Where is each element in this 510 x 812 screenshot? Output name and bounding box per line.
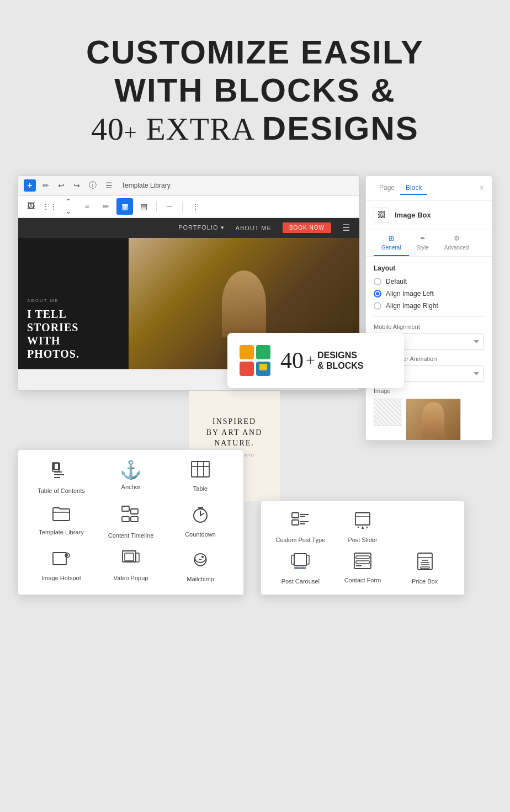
block-item-mailchimp[interactable]: Mailchimp [168, 550, 232, 583]
page-wrapper: CUSTOMIZE EASILY WITH BLOCKS & 40+ EXTRA… [0, 0, 510, 628]
radio-default-label: Default [386, 278, 407, 285]
svg-rect-1 [256, 345, 270, 359]
contact-form-icon [354, 553, 371, 572]
layout-section-title: Layout [374, 264, 484, 272]
hero-title: CUSTOMIZE EASILY WITH BLOCKS & 40+ EXTRA… [86, 33, 424, 148]
block-label-image-hotspot: Image Hotspot [41, 574, 81, 582]
hero-line2: WITH BLOCKS & [86, 71, 424, 109]
block-item-video-popup[interactable]: Video Popup [99, 550, 163, 583]
designs-badge-text: 40 + Designs& Blocks [280, 347, 363, 374]
radio-align-right-label: Align Image Right [386, 302, 438, 310]
block-label-mailchimp: Mailchimp [187, 575, 214, 583]
settings-icon-button[interactable]: ☰ [103, 180, 115, 191]
post-carousel-icon [291, 553, 310, 573]
designs-badge-logo [238, 344, 272, 377]
tool-arrows[interactable]: ⌃⌄ [60, 198, 77, 215]
layout-align-right-option[interactable]: Align Image Right [374, 302, 484, 310]
tool-image[interactable]: 🖼 [23, 198, 39, 215]
settings-tabs: Page Block [374, 182, 427, 195]
block-item-template-library[interactable]: Template Library [29, 506, 93, 539]
svg-point-47 [297, 567, 299, 569]
hero-line3: 40+ EXTRA DESIGNS [86, 109, 424, 148]
designs-forty: 40 [280, 347, 304, 374]
svg-rect-52 [356, 561, 369, 564]
ui-container: + ✏ ↩ ↪ ⓘ ☰ Template Library 🖼 ⋮⋮ ⌃⌄ ≡ ✏… [18, 176, 492, 595]
block-item-anchor[interactable]: ⚓ Anchor [99, 461, 163, 495]
svg-point-30 [201, 556, 204, 558]
tool-lines[interactable]: ≡ [79, 198, 95, 215]
block-item-contact-form[interactable]: Contact Form [334, 553, 391, 585]
tool-more[interactable]: ⋮ [187, 198, 204, 215]
person-silhouette [222, 270, 266, 337]
block-label-price-box: Price Box [412, 577, 438, 585]
post-slider-icon [354, 512, 371, 532]
image-field-label: Image [374, 388, 484, 394]
style-tab-label: Style [417, 245, 429, 251]
svg-rect-17 [131, 509, 138, 514]
block-label-countdown: Countdown [185, 530, 216, 538]
layout-align-left-option[interactable]: Align Image Left [374, 290, 484, 298]
settings-sub-tab-style[interactable]: ✒ Style [409, 230, 437, 256]
preview-person [422, 402, 444, 438]
image-main-preview [406, 399, 461, 441]
general-tab-icon: ⊞ [389, 235, 394, 243]
hero-forty: 40+ EXTRA [91, 111, 262, 147]
edit-icon-button[interactable]: ✏ [40, 180, 51, 191]
tool-align[interactable]: ─ [161, 198, 178, 215]
image-thumb-placeholder [374, 399, 401, 426]
more-blocks-grid: Custom Post Type Post Slider [272, 512, 453, 586]
layout-default-option[interactable]: Default [374, 278, 484, 285]
svg-point-42 [362, 527, 364, 529]
nav-about[interactable]: ABOUT ME [236, 225, 272, 231]
radio-align-right[interactable] [374, 302, 381, 310]
tool-layout[interactable]: ▤ [135, 198, 152, 215]
radio-default[interactable] [374, 278, 381, 285]
block-item-countdown[interactable]: Countdown [168, 506, 232, 539]
svg-rect-0 [240, 345, 254, 359]
svg-rect-16 [122, 506, 129, 511]
settings-sub-tab-general[interactable]: ⊞ General [374, 230, 409, 256]
block-item-table[interactable]: Table [168, 461, 232, 495]
block-label-custom-post-type: Custom Post Type [275, 536, 325, 544]
settings-panel: Page Block × 🖼 Image Box ⊞ General ✒ Sty… [365, 176, 492, 441]
editor-toolbar: 🖼 ⋮⋮ ⌃⌄ ≡ ✏ ▦ ▤ ─ ⋮ [18, 196, 359, 218]
block-item-price-box[interactable]: Price Box [396, 553, 453, 585]
block-label-post-slider: Post Slider [348, 536, 377, 544]
tool-grid[interactable]: ⋮⋮ [41, 198, 58, 215]
countdown-icon [192, 506, 209, 526]
designs-words: Designs& Blocks [317, 350, 364, 371]
nav-menu-icon[interactable]: ☰ [342, 222, 350, 233]
block-item-image-hotspot[interactable]: Image Hotspot [29, 550, 93, 583]
block-item-custom-post-type[interactable]: Custom Post Type [272, 512, 329, 544]
settings-tab-block[interactable]: Block [400, 182, 427, 195]
block-item-content-timeline[interactable]: Content Timeline [99, 506, 163, 539]
designs-badge: 40 + Designs& Blocks [227, 333, 404, 388]
undo-button[interactable]: ↩ [56, 180, 67, 191]
redo-button[interactable]: ↪ [71, 180, 82, 191]
hero-line1: CUSTOMIZE EASILY [86, 33, 424, 71]
settings-header: Page Block × [366, 176, 492, 201]
settings-close-button[interactable]: × [479, 184, 484, 193]
tool-block-active[interactable]: ▦ [116, 198, 133, 215]
block-item-post-carousel[interactable]: Post Carousel [272, 553, 329, 585]
template-library-icon [52, 506, 70, 524]
add-block-button[interactable]: + [24, 179, 36, 192]
general-tab-label: General [381, 245, 401, 251]
settings-sub-tab-advanced[interactable]: ⚙ Advanced [437, 230, 476, 256]
custom-post-type-icon [291, 512, 309, 532]
block-label-video-popup: Video Popup [114, 574, 148, 582]
settings-tab-page[interactable]: Page [374, 182, 400, 195]
svg-rect-37 [355, 513, 370, 525]
block-label-table: Table [193, 485, 208, 492]
block-item-post-slider[interactable]: Post Slider [334, 512, 391, 544]
canvas-nav: PORTFOLIO ▾ ABOUT ME BOOK NOW ☰ [18, 218, 359, 238]
settings-image-preview [374, 399, 484, 441]
nav-portfolio[interactable]: PORTFOLIO ▾ [178, 224, 224, 231]
block-item-table-of-contents[interactable]: Table of Contents [29, 461, 93, 495]
radio-align-left[interactable] [374, 290, 381, 298]
tool-pen[interactable]: ✏ [98, 198, 114, 215]
toolbar-separator [156, 201, 157, 212]
svg-rect-51 [356, 556, 369, 559]
info-button[interactable]: ⓘ [87, 179, 99, 192]
nav-book-button[interactable]: BOOK NOW [283, 222, 331, 233]
